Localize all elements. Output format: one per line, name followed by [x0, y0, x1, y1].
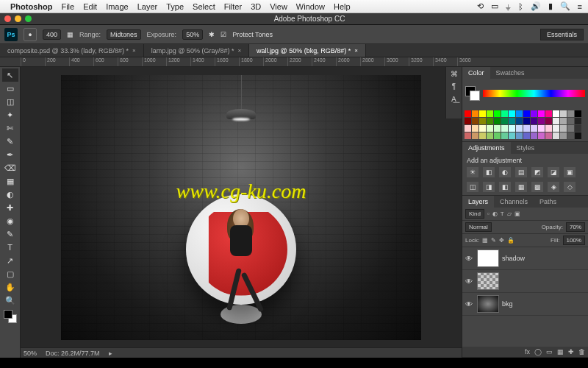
menu-3d[interactable]: 3D	[251, 2, 261, 11]
tab-layers[interactable]: Layers	[462, 196, 494, 208]
swatch-cell[interactable]	[472, 110, 478, 117]
display-icon[interactable]: ▭	[491, 1, 498, 11]
brush-size[interactable]: 400	[43, 29, 61, 40]
visibility-icon[interactable]: 👁	[465, 255, 474, 263]
zoom-level[interactable]: 50%	[24, 350, 37, 357]
tool-13[interactable]: T	[2, 241, 18, 254]
swatch-cell[interactable]	[538, 125, 545, 132]
swatch-cell[interactable]	[545, 118, 552, 124]
protect-tones-checkbox[interactable]: ☑	[220, 31, 226, 38]
status-arrow-icon[interactable]: ▸	[109, 350, 112, 357]
tab-paths[interactable]: Paths	[534, 196, 562, 208]
adjustment-layer-icon[interactable]: ▭	[546, 348, 553, 355]
lock-trans-icon[interactable]: ▦	[482, 237, 488, 244]
swatch-cell[interactable]	[509, 110, 515, 117]
paragraph-icon[interactable]: ¶	[452, 82, 456, 91]
menu-image[interactable]: Image	[106, 2, 129, 11]
swatch-cell[interactable]	[509, 118, 515, 124]
menu-view[interactable]: View	[270, 2, 287, 11]
swatch-cell[interactable]	[567, 132, 574, 139]
swatch-cell[interactable]	[553, 118, 559, 124]
swatch-cell[interactable]	[494, 118, 501, 124]
menu-window[interactable]: Window	[296, 2, 325, 11]
swatch-cell[interactable]	[567, 125, 574, 132]
adjustment-icon[interactable]: ◈	[548, 182, 559, 192]
tool-15[interactable]: ▢	[2, 267, 18, 280]
swatch-cell[interactable]	[501, 118, 508, 124]
tool-4[interactable]: ✄	[2, 121, 18, 135]
adjustment-icon[interactable]: ▩	[531, 182, 543, 192]
swatch-cell[interactable]	[545, 125, 552, 132]
tool-0[interactable]: ↖	[2, 68, 18, 82]
tab-composite[interactable]: composite.psd @ 33.3% (lady, RGB/8#) *×	[0, 44, 144, 57]
swatch-cell[interactable]	[494, 125, 501, 132]
swatch-cell[interactable]	[560, 110, 567, 117]
layer-row[interactable]: 👁	[462, 270, 588, 293]
exposure-value[interactable]: 50%	[182, 29, 203, 40]
tab-styles[interactable]: Styles	[511, 142, 541, 154]
volume-icon[interactable]: 🔊	[531, 1, 541, 11]
tool-12[interactable]: ✎	[2, 227, 18, 241]
tab-swatches[interactable]: Swatches	[490, 67, 531, 79]
canvas[interactable]: www.cg-ku.com	[21, 67, 462, 347]
swatch-cell[interactable]	[487, 110, 493, 117]
mask-icon[interactable]: ◯	[534, 348, 542, 355]
close-icon[interactable]	[4, 15, 11, 22]
zoom-icon[interactable]	[25, 15, 32, 22]
search-icon[interactable]: 🔍	[560, 1, 570, 11]
filter-adjust-icon[interactable]: ◐	[492, 210, 498, 217]
history-icon[interactable]: ⌘	[451, 70, 458, 78]
swatch-cell[interactable]	[516, 110, 523, 117]
tab-lamp[interactable]: lamp.jpg @ 50% (Gray/8#) *×	[144, 44, 249, 57]
layer-row[interactable]: 👁shadow	[462, 247, 588, 270]
filter-shape-icon[interactable]: ▱	[507, 210, 512, 217]
wifi-icon[interactable]: ⏚	[506, 2, 511, 11]
swatch-cell[interactable]	[465, 118, 471, 124]
filter-type-icon[interactable]: T	[501, 210, 504, 217]
swatch-cell[interactable]	[538, 132, 545, 139]
adjustment-icon[interactable]: ◪	[548, 167, 559, 177]
tool-5[interactable]: ✎	[2, 135, 18, 148]
adjustment-icon[interactable]: ◧	[483, 167, 495, 177]
menu-help[interactable]: Help	[334, 2, 351, 11]
minimize-icon[interactable]	[15, 15, 21, 22]
lock-pixel-icon[interactable]: ✎	[491, 237, 496, 244]
tool-11[interactable]: ◉	[2, 214, 18, 227]
adjustment-icon[interactable]: ☀	[467, 167, 478, 177]
color-swatch-icon[interactable]	[465, 86, 480, 101]
swatch-cell[interactable]	[472, 125, 478, 132]
swatch-cell[interactable]	[516, 118, 523, 124]
visibility-icon[interactable]: 👁	[465, 300, 474, 308]
tool-17[interactable]: 🔍	[2, 294, 18, 307]
hue-ramp[interactable]	[483, 90, 585, 97]
menu-filter[interactable]: Filter	[224, 2, 242, 11]
adjustment-icon[interactable]: ◩	[531, 167, 543, 177]
swatch-cell[interactable]	[501, 110, 508, 117]
swatch-cell[interactable]	[523, 125, 530, 132]
fill-value[interactable]: 100%	[563, 236, 585, 245]
swatch-cell[interactable]	[479, 125, 486, 132]
swatch-cell[interactable]	[501, 132, 508, 139]
bluetooth-icon[interactable]: ᛒ	[518, 2, 523, 11]
layer-thumb[interactable]	[477, 295, 499, 313]
layer-row[interactable]: 👁bkg	[462, 293, 588, 316]
battery-icon[interactable]: ▮	[548, 1, 553, 11]
swatch-cell[interactable]	[545, 110, 552, 117]
blend-mode-dropdown[interactable]: Normal	[465, 222, 492, 232]
adjustment-icon[interactable]: ◨	[483, 182, 495, 192]
sync-icon[interactable]: ⟲	[477, 1, 484, 11]
fx-icon[interactable]: fx	[525, 348, 530, 355]
close-icon[interactable]: ×	[354, 47, 358, 54]
tool-8[interactable]: ▦	[2, 174, 18, 188]
tool-7[interactable]: ⌫	[2, 161, 18, 174]
group-icon[interactable]: ▦	[557, 348, 564, 355]
swatch-cell[interactable]	[479, 118, 486, 124]
range-dropdown[interactable]: Midtones	[107, 29, 141, 40]
swatch-cell[interactable]	[575, 118, 581, 124]
layer-kind-filter[interactable]: Kind	[465, 209, 484, 219]
close-icon[interactable]: ×	[237, 47, 241, 54]
swatch-cell[interactable]	[575, 125, 581, 132]
adjustment-icon[interactable]: ▤	[515, 167, 527, 177]
layer-name[interactable]: shadow	[502, 255, 525, 262]
swatch-cell[interactable]	[516, 125, 523, 132]
